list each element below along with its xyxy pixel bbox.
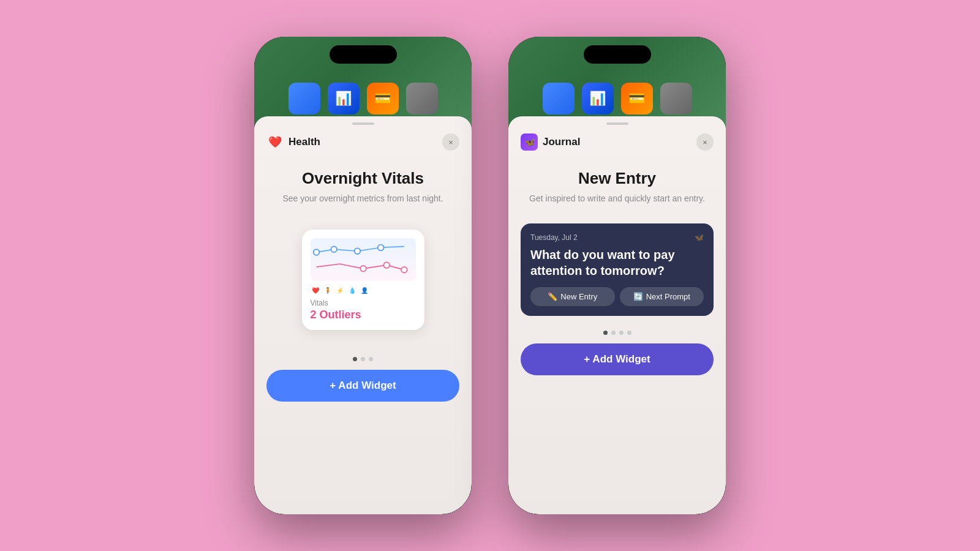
app-icon-2: 📊 [328,83,360,114]
dynamic-island-journal [584,45,651,64]
svg-point-2 [354,248,360,254]
health-widget-title: Overnight Vitals [266,169,459,188]
journal-close-button[interactable]: × [696,133,714,151]
svg-point-1 [331,246,337,252]
svg-point-0 [313,249,319,255]
vitals-widget: ❤️ 🧍 ⚡ 💧 👤 Vitals 2 Outliers [302,230,424,330]
svg-point-5 [383,262,390,268]
dynamic-island-health [330,45,397,64]
vitals-label: Vitals [311,299,416,307]
journal-widget-title-area: New Entry Get inspired to write and quic… [508,157,726,211]
health-widget-title-area: Overnight Vitals See your overnight metr… [254,157,472,211]
dot-2 [361,357,365,361]
phone-health: 📊 💳 ❤️ Health × Overnight [254,37,472,514]
j-dot-3 [619,331,624,335]
svg-point-4 [360,266,366,272]
journal-app-name: Journal [543,136,580,148]
vitals-chart [311,238,416,281]
health-pagination [254,348,472,370]
health-add-widget-button[interactable]: + Add Widget [266,370,459,402]
app-icons-strip: 📊 💳 [254,83,472,114]
vitals-icon-activity: ⚡ [336,287,344,294]
j-dot-4 [627,331,631,335]
svg-point-6 [401,267,407,273]
j-dot-1 [603,331,608,335]
app-icon-j4 [660,83,692,114]
health-widget-preview: ❤️ 🧍 ⚡ 💧 👤 Vitals 2 Outliers [254,211,472,348]
screen-journal: 📊 💳 🦋 Journal × New Entry [508,37,726,514]
health-widget-subtitle: See your overnight metrics from last nig… [266,193,459,205]
app-icon-j1 [543,83,575,114]
app-icon-j2: 📊 [582,83,614,114]
new-entry-label: New Entry [560,292,597,301]
sheet-header-left-journal: 🦋 Journal [521,133,580,151]
next-prompt-label: Next Prompt [646,292,690,301]
vitals-outliers: 2 Outliers [311,309,416,321]
vitals-icon-drop: 💧 [349,287,356,294]
butterfly-icon: 🦋 [524,137,535,147]
journal-widget-title: New Entry [521,169,714,188]
journal-add-widget-button[interactable]: + Add Widget [521,343,714,375]
journal-card-area: Tuesday, Jul 2 🦋 What do you want to pay… [508,211,726,322]
heart-icon: ❤️ [268,135,282,149]
next-prompt-button[interactable]: 🔄 Next Prompt [620,287,704,306]
health-close-button[interactable]: × [442,133,459,151]
sheet-header-left: ❤️ Health [266,133,320,151]
health-app-name: Health [288,136,320,148]
new-entry-button[interactable]: ✏️ New Entry [530,287,615,306]
journal-card-actions: ✏️ New Entry 🔄 Next Prompt [530,287,704,306]
close-icon: × [448,138,453,147]
sheet-header-health: ❤️ Health × [254,125,472,157]
j-dot-2 [611,331,616,335]
vitals-icon-heart: ❤️ [312,287,319,294]
app-icons-strip-journal: 📊 💳 [508,83,726,114]
widget-sheet-journal: 🦋 Journal × New Entry Get inspired to wr… [508,116,726,514]
dot-1 [353,357,357,361]
app-icon-3: 💳 [367,83,399,114]
svg-point-3 [377,244,383,250]
refresh-icon: 🔄 [633,292,643,301]
app-icon-j3: 💳 [621,83,653,114]
journal-card-header: Tuesday, Jul 2 🦋 [530,233,704,242]
vitals-icon-person2: 👤 [361,287,368,294]
journal-prompt-card: Tuesday, Jul 2 🦋 What do you want to pay… [521,223,714,316]
vitals-icon-person: 🧍 [324,287,331,294]
sheet-header-journal: 🦋 Journal × [508,125,726,157]
journal-butterfly-icon-card: 🦋 [695,233,704,242]
journal-widget-subtitle: Get inspired to write and quickly start … [521,193,714,205]
close-icon-journal: × [703,138,707,147]
health-app-icon-small: ❤️ [266,133,284,151]
edit-icon: ✏️ [548,292,557,301]
journal-date: Tuesday, Jul 2 [530,233,578,242]
phone-journal: 📊 💳 🦋 Journal × New Entry [508,37,726,514]
app-icon-4 [406,83,438,114]
dot-3 [369,357,373,361]
journal-prompt-question: What do you want to pay attention to tom… [530,247,704,279]
vitals-icons-row: ❤️ 🧍 ⚡ 💧 👤 [311,287,416,294]
screen-health: 📊 💳 ❤️ Health × Overnight [254,37,472,514]
vitals-chart-svg [311,238,416,281]
journal-pagination [508,322,726,343]
app-icon-1 [288,83,320,114]
widget-sheet-health: ❤️ Health × Overnight Vitals See your ov… [254,116,472,514]
journal-app-icon-small: 🦋 [521,133,538,151]
